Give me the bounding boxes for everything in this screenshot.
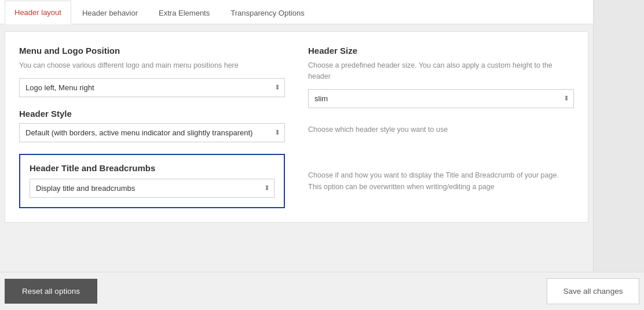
header-size-select-wrapper: slim normal large custom ⬍ <box>308 89 574 108</box>
menu-logo-select-wrapper: Logo left, Menu right Logo right, Menu l… <box>19 78 285 97</box>
header-style-title: Header Style <box>19 109 285 119</box>
tab-transparency-options[interactable]: Transparency Options <box>221 1 314 24</box>
right-sidebar-content <box>594 0 644 272</box>
header-style-side-section: Choose which header style you want to us… <box>308 124 574 135</box>
menu-logo-desc: You can choose various different logo an… <box>19 60 285 71</box>
page-wrapper: Header layout Header behavior Extra Elem… <box>0 0 644 310</box>
breadcrumbs-select-area: Display title and breadcrumbs Display ti… <box>30 179 275 198</box>
tab-header-behavior[interactable]: Header behavior <box>72 1 148 24</box>
breadcrumbs-title: Header Title and Breadcrumbs <box>30 163 275 173</box>
content-area: Header layout Header behavior Extra Elem… <box>0 0 593 272</box>
menu-logo-title: Menu and Logo Position <box>19 46 285 56</box>
tabs-bar: Header layout Header behavior Extra Elem… <box>0 0 593 24</box>
settings-panel: Menu and Logo Position You can choose va… <box>5 31 588 223</box>
breadcrumbs-side-desc: Choose if and how you want to display th… <box>308 169 574 193</box>
menu-logo-section: Menu and Logo Position You can choose va… <box>19 46 285 97</box>
bottom-bar: Reset all options Save all changes <box>0 272 644 310</box>
tab-header-layout[interactable]: Header layout <box>5 1 71 24</box>
breadcrumbs-side-section: Choose if and how you want to display th… <box>308 169 574 193</box>
reset-button[interactable]: Reset all options <box>5 279 97 304</box>
main-content: Header layout Header behavior Extra Elem… <box>0 0 644 272</box>
breadcrumbs-select[interactable]: Display title and breadcrumbs Display ti… <box>30 179 275 198</box>
menu-logo-select[interactable]: Logo left, Menu right Logo right, Menu l… <box>19 78 285 97</box>
save-button[interactable]: Save all changes <box>547 278 639 304</box>
header-style-select-wrapper: Default (with borders, active menu indic… <box>19 123 285 142</box>
right-sidebar <box>593 0 644 272</box>
left-column: Menu and Logo Position You can choose va… <box>19 46 285 208</box>
header-style-section: Header Style Default (with borders, acti… <box>19 109 285 142</box>
panel-grid: Menu and Logo Position You can choose va… <box>19 46 574 208</box>
header-size-title: Header Size <box>308 46 574 56</box>
header-size-desc: Choose a predefined header size. You can… <box>308 60 574 82</box>
header-style-side-desc: Choose which header style you want to us… <box>308 124 574 135</box>
breadcrumbs-select-wrapper: Display title and breadcrumbs Display ti… <box>30 179 275 198</box>
breadcrumbs-box: Header Title and Breadcrumbs Display tit… <box>19 154 285 208</box>
tab-extra-elements[interactable]: Extra Elements <box>149 1 219 24</box>
header-style-select[interactable]: Default (with borders, active menu indic… <box>19 123 285 142</box>
header-size-section: Header Size Choose a predefined header s… <box>308 46 574 108</box>
right-column: Header Size Choose a predefined header s… <box>308 46 574 208</box>
header-size-select[interactable]: slim normal large custom <box>308 89 574 108</box>
